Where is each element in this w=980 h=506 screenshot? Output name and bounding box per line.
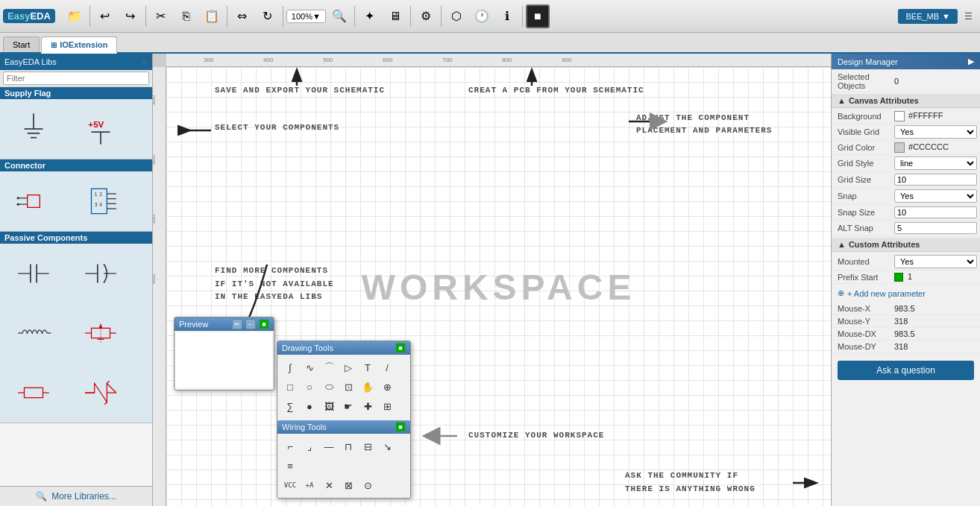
tab-start[interactable]: Start — [3, 37, 40, 52]
tool-text[interactable]: T — [358, 358, 377, 377]
app-logo[interactable]: EasyEDA — [3, 9, 55, 23]
copy-button[interactable]: ⎘ — [175, 4, 198, 28]
tool-polyline[interactable]: ⌒ — [319, 358, 339, 377]
lib-item-resistor-var[interactable] — [67, 303, 134, 363]
snap-size-input[interactable] — [894, 206, 977, 218]
wt-wire-l[interactable]: ⌐ — [280, 437, 300, 456]
preview-back-button[interactable]: ← — [245, 319, 256, 329]
tabbar: Start ⊞ IOExtension — [0, 33, 980, 54]
visible-grid-select[interactable]: Yes No — [894, 125, 977, 139]
pcb-button[interactable]: 🖥 — [383, 4, 407, 28]
lib-item-connector-4pin[interactable]: 1 2 3 4 — [67, 171, 134, 231]
wt-bus-entry[interactable]: ↘ — [377, 437, 397, 456]
alt-snap-input[interactable] — [894, 222, 977, 234]
wt-bus[interactable]: ≡ — [280, 456, 300, 475]
wt-no-connect[interactable]: ⊠ — [339, 475, 358, 495]
lib-item-ground[interactable] — [0, 99, 67, 159]
wt-net-port[interactable]: ⊓ — [339, 437, 358, 456]
wt-cross[interactable]: ✕ — [319, 475, 339, 495]
tool-arc[interactable]: ∿ — [300, 358, 319, 377]
tool-circle-full[interactable]: ● — [300, 396, 319, 416]
drawing-tools-header[interactable]: Drawing Tools ■ — [277, 341, 410, 355]
annotation-ask: ASK THE COMMUNITY IFTHERE IS ANYTHING WR… — [625, 469, 756, 496]
snap-select[interactable]: Yes No — [894, 189, 977, 203]
preview-edit-button[interactable]: ✏ — [232, 319, 242, 329]
undo-button[interactable]: ↩ — [93, 4, 117, 28]
zoom-control[interactable]: 100% ▼ — [286, 10, 326, 23]
lib-item-connector-2pin[interactable] — [0, 171, 67, 231]
file-button[interactable]: 📁 — [63, 4, 87, 28]
filter-input[interactable] — [3, 72, 149, 85]
grid-style-select[interactable]: line dot — [894, 156, 977, 170]
tool-add-cross[interactable]: ✚ — [358, 396, 377, 416]
tool-image2[interactable]: 🖼 — [319, 396, 339, 416]
history-button[interactable]: 🕐 — [470, 4, 494, 28]
tool-hand[interactable]: ✋ — [358, 377, 377, 396]
background-swatch[interactable] — [894, 111, 905, 121]
zoom-level: 100% — [292, 12, 312, 21]
paste-button[interactable]: 📋 — [200, 4, 224, 28]
mouse-x-value: 983.5 — [894, 304, 977, 313]
tool-pan[interactable]: ☛ — [339, 396, 358, 416]
settings-icon-button[interactable]: ☰ — [959, 7, 977, 25]
tool-grid[interactable]: ⊞ — [377, 396, 397, 416]
mirror-button[interactable]: ⇔ — [230, 4, 254, 28]
grid-size-input[interactable] — [894, 174, 977, 186]
more-libs-button[interactable]: 🔍 More Libraries... — [0, 486, 152, 506]
lib-item-capacitor-np[interactable] — [0, 244, 67, 303]
color-button[interactable]: ■ — [526, 4, 550, 28]
toolbar-separator — [89, 6, 90, 27]
redo-button[interactable]: ↪ — [119, 4, 142, 28]
lib-item-zener[interactable] — [67, 363, 134, 423]
sidebar-close-button[interactable]: × — [142, 56, 148, 68]
lib-item-inductor[interactable] — [0, 303, 67, 363]
drawing-tool-grid: ∫ ∿ ⌒ ▷ T / □ ○ ⬭ ⊡ ✋ ⊕ — [280, 358, 400, 396]
magic-wand-button[interactable]: ✦ — [358, 4, 382, 28]
cut-button[interactable]: ✂ — [149, 4, 173, 28]
rotate-button[interactable]: ↻ — [256, 4, 280, 28]
drawing-tools-close-button[interactable]: ■ — [395, 343, 406, 353]
tool-sum[interactable]: ∑ — [280, 396, 300, 416]
mounted-select[interactable]: Yes No — [894, 255, 977, 268]
wt-wire-45[interactable]: ⌟ — [300, 437, 319, 456]
wt-gnd[interactable]: +A — [300, 475, 319, 495]
user-button[interactable]: BEE_MB ▼ — [898, 9, 958, 24]
wt-wire-straight[interactable]: — — [319, 437, 339, 456]
wt-junction[interactable]: ⊙ — [358, 475, 377, 495]
wiring-tools-header[interactable]: Wiring Tools ■ — [277, 420, 410, 434]
svg-line-40 — [104, 402, 107, 405]
preview-content — [176, 332, 272, 388]
tool-image[interactable]: ⊡ — [339, 377, 358, 396]
ask-question-button[interactable]: Ask a question — [838, 361, 974, 380]
tool-bezier[interactable]: ∫ — [280, 358, 300, 377]
add-parameter-button[interactable]: ⊕ + Add new parameter — [832, 285, 980, 301]
wt-net-label[interactable]: ⊟ — [358, 437, 377, 456]
lib-item-capacitor-p[interactable] — [67, 244, 134, 303]
wt-vcc[interactable]: VCC — [280, 475, 300, 495]
canvas-workspace[interactable]: WORKSPACE SAVE AND EXPORT YOUR SCHEMATIC… — [166, 67, 831, 506]
canvas-area[interactable]: 300 400 500 600 700 800 900 300 400 500 … — [153, 54, 831, 506]
tool-arrow[interactable]: ▷ — [339, 358, 358, 377]
info-button[interactable]: ℹ — [495, 4, 519, 28]
lib-item-resistor[interactable] — [0, 363, 67, 423]
tool-crosshair[interactable]: ⊕ — [377, 377, 397, 396]
prefix-color-swatch[interactable] — [894, 273, 903, 282]
lib-item-vcc[interactable]: +5V — [67, 99, 134, 159]
preview-title: Preview — [179, 320, 208, 329]
lib-items-passive — [0, 244, 152, 423]
share-button[interactable]: ⬡ — [445, 4, 468, 28]
preview-panel-header[interactable]: Preview ✏ ← ■ — [175, 317, 274, 331]
design-manager-header[interactable]: Design Manager ▶ — [832, 54, 980, 69]
preview-close-button[interactable]: ■ — [259, 319, 269, 329]
preview-panel: Preview ✏ ← ■ — [174, 317, 274, 390]
wiring-tools-title: Wiring Tools — [282, 423, 327, 431]
settings-button[interactable]: ⚙ — [414, 4, 438, 28]
wiring-tools-close-button[interactable]: ■ — [395, 422, 406, 432]
tool-ellipse[interactable]: ⬭ — [319, 377, 339, 396]
grid-color-swatch[interactable] — [894, 142, 905, 153]
zoom-fit-button[interactable]: 🔍 — [327, 4, 351, 28]
tool-circle[interactable]: ○ — [300, 377, 319, 396]
tab-ioextension[interactable]: ⊞ IOExtension — [41, 37, 117, 54]
tool-line[interactable]: / — [377, 358, 397, 377]
tool-rect[interactable]: □ — [280, 377, 300, 396]
